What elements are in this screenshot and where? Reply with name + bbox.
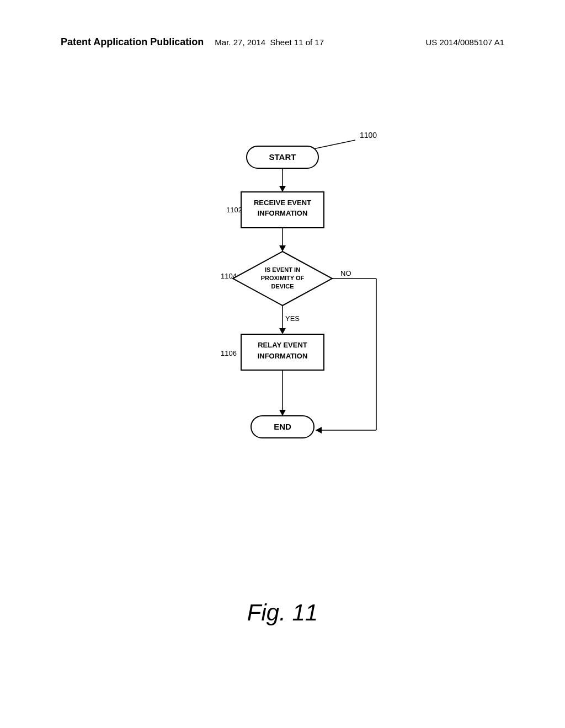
decision-line1: IS EVENT IN — [265, 266, 300, 273]
receive-event-line1: RECEIVE EVENT — [254, 199, 311, 207]
flowchart-container: 1100 START 1102 RECEIVE EVENT INFORMATIO… — [0, 116, 565, 529]
svg-marker-7 — [279, 245, 286, 251]
no-label: NO — [340, 269, 351, 277]
publication-title: Patent Application Publication — [61, 36, 204, 48]
yes-label: YES — [285, 314, 300, 323]
svg-marker-10 — [279, 328, 286, 334]
svg-marker-4 — [279, 186, 286, 192]
svg-marker-14 — [316, 427, 322, 433]
ref-1100-label: 1100 — [360, 131, 377, 140]
end-label: END — [274, 422, 291, 431]
relay-event-line1: RELAY EVENT — [258, 341, 307, 349]
relay-event-line2: INFORMATION — [258, 352, 308, 360]
svg-marker-17 — [279, 410, 286, 416]
ref-1106-label: 1106 — [221, 349, 237, 357]
start-label: START — [269, 152, 296, 162]
ref-1102-label: 1102 — [226, 206, 242, 214]
receive-event-line2: INFORMATION — [258, 209, 308, 217]
publication-date: Mar. 27, 2014 Sheet 11 of 17 — [215, 38, 324, 47]
patent-number: US 2014/0085107 A1 — [425, 38, 504, 47]
page-header: Patent Application Publication Mar. 27, … — [61, 36, 504, 48]
figure-label: Fig. 11 — [0, 599, 565, 626]
flowchart-svg: 1100 START 1102 RECEIVE EVENT INFORMATIO… — [89, 116, 476, 529]
decision-line2: PROXIMITY OF — [261, 275, 305, 281]
decision-line3: DEVICE — [271, 283, 294, 290]
